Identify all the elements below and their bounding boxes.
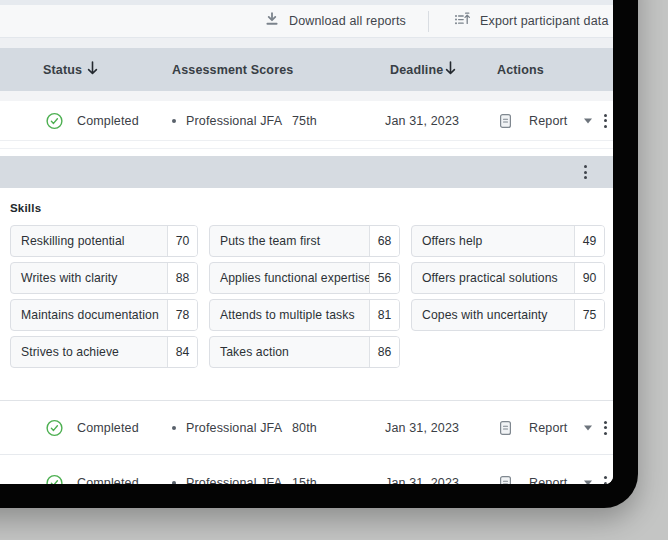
status-completed-icon: [46, 112, 63, 129]
deadline-date: Jan 31, 2023: [385, 421, 459, 435]
skill-score: 75: [574, 300, 604, 330]
report-dropdown-caret-icon[interactable]: [584, 425, 592, 430]
kebab-icon: [602, 112, 609, 130]
report-dropdown-caret-icon[interactable]: [584, 118, 592, 123]
sort-descending-icon[interactable]: [86, 60, 99, 79]
skill-chip: Attends to multiple tasks 81: [209, 299, 400, 331]
skill-label: Applies functional expertise: [210, 263, 369, 293]
report-link[interactable]: Report: [529, 114, 567, 128]
skill-label: Puts the team first: [210, 226, 369, 256]
deadline-date: Jan 31, 2023: [385, 476, 459, 484]
skill-score: 49: [574, 226, 604, 256]
column-header-assessment-scores[interactable]: Assessment Scores: [172, 63, 293, 77]
skill-score: 88: [167, 263, 197, 293]
assessment-percentile: 80th: [292, 421, 317, 435]
skill-label: Takes action: [210, 337, 369, 367]
assessment-name: Professional JFA: [186, 476, 282, 484]
skill-chip: Copes with uncertainty 75: [411, 299, 605, 331]
skills-section-title: Skills: [10, 202, 41, 214]
download-all-reports-button[interactable]: Download all reports: [264, 5, 406, 37]
export-participant-data-label: Export participant data: [480, 14, 609, 28]
divider: [0, 148, 613, 149]
skill-chip: Maintains documentation 78: [10, 299, 198, 331]
row-menu-button[interactable]: [602, 112, 609, 130]
expanded-skills-section: Skills Reskilling potential 70 Puts the …: [0, 188, 613, 400]
skill-label: Attends to multiple tasks: [210, 300, 369, 330]
download-all-reports-label: Download all reports: [289, 14, 406, 28]
strip: [0, 38, 613, 48]
skill-chip: Offers help 49: [411, 225, 605, 257]
table-header-row: Status Assessment Scores Deadline Action…: [0, 48, 613, 91]
bullet-icon: [172, 119, 176, 123]
skill-label: Writes with clarity: [11, 263, 167, 293]
assessment-percentile: 75th: [292, 114, 317, 128]
assessment-name: Professional JFA: [186, 114, 282, 128]
skill-label: Maintains documentation: [11, 300, 167, 330]
download-icon: [264, 11, 280, 31]
status-completed-icon: [46, 419, 63, 436]
skill-chip: Offers practical solutions 90: [411, 262, 605, 294]
report-dropdown-caret-icon[interactable]: [584, 481, 592, 485]
report-document-icon: [498, 420, 513, 436]
skill-chip: Puts the team first 68: [209, 225, 400, 257]
export-participant-data-button[interactable]: Export participant data: [454, 5, 609, 37]
status-text: Completed: [77, 114, 139, 128]
report-document-icon: [498, 475, 513, 484]
skills-grid: Reskilling potential 70 Puts the team fi…: [10, 225, 605, 368]
skill-chip: Takes action 86: [209, 336, 400, 368]
status-text: Completed: [77, 421, 139, 435]
skill-chip: Writes with clarity 88: [10, 262, 198, 294]
column-header-status[interactable]: Status: [43, 63, 82, 77]
report-document-icon: [498, 113, 513, 129]
skill-label: Offers help: [412, 226, 574, 256]
table-row[interactable]: Completed Professional JFA 75th Jan 31, …: [0, 101, 613, 141]
toolbar: Download all reports Export participant …: [0, 5, 613, 38]
skill-chip: Reskilling potential 70: [10, 225, 198, 257]
export-list-icon: [454, 11, 471, 31]
skill-score: 68: [369, 226, 399, 256]
table-row[interactable]: Completed Professional JFA 15th Jan 31, …: [0, 456, 613, 484]
column-header-actions: Actions: [497, 63, 544, 77]
assessment-name: Professional JFA: [186, 421, 282, 435]
skill-score: 70: [167, 226, 197, 256]
kebab-icon: [602, 419, 609, 437]
kebab-icon: [602, 474, 609, 484]
report-link[interactable]: Report: [529, 421, 567, 435]
assessment-percentile: 15th: [292, 476, 317, 484]
status-completed-icon: [46, 475, 63, 485]
row-menu-button[interactable]: [602, 419, 609, 437]
skill-label: Strives to achieve: [11, 337, 167, 367]
table-row[interactable]: Completed Professional JFA 80th Jan 31, …: [0, 401, 613, 455]
skill-score: 86: [369, 337, 399, 367]
expanded-row-menu-button[interactable]: [582, 163, 589, 181]
expanded-row-header[interactable]: [0, 156, 613, 188]
skill-score: 90: [574, 263, 604, 293]
skill-score: 56: [369, 263, 399, 293]
skill-score: 84: [167, 337, 197, 367]
deadline-date: Jan 31, 2023: [385, 114, 459, 128]
strip: [0, 91, 613, 101]
report-link[interactable]: Report: [529, 476, 567, 484]
skill-label: Reskilling potential: [11, 226, 167, 256]
toolbar-divider: [428, 11, 429, 32]
column-header-deadline[interactable]: Deadline: [390, 63, 443, 77]
sort-descending-icon[interactable]: [444, 60, 457, 79]
skill-score: 78: [167, 300, 197, 330]
bullet-icon: [172, 481, 176, 484]
skill-label: Offers practical solutions: [412, 263, 574, 293]
bullet-icon: [172, 426, 176, 430]
app-screen: Download all reports Export participant …: [0, 0, 613, 484]
status-text: Completed: [77, 476, 139, 484]
skill-chip: Applies functional expertise 56: [209, 262, 400, 294]
skill-chip: Strives to achieve 84: [10, 336, 198, 368]
row-menu-button[interactable]: [602, 474, 609, 484]
skill-label: Copes with uncertainty: [412, 300, 574, 330]
skill-score: 81: [369, 300, 399, 330]
